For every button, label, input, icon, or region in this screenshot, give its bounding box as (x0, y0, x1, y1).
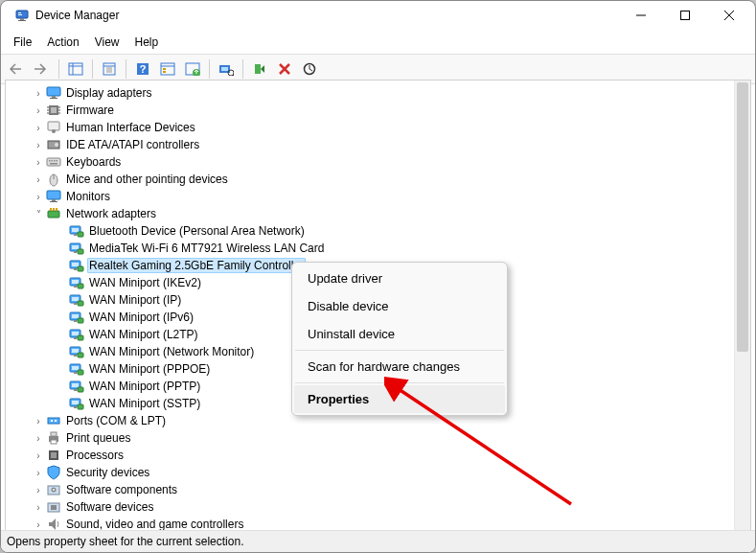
toolbar-separator (58, 59, 59, 79)
svg-point-45 (52, 129, 56, 133)
tree-category[interactable]: ›Processors (6, 447, 735, 464)
close-button[interactable] (707, 1, 751, 30)
network-adapter-icon (69, 396, 84, 411)
svg-rect-37 (51, 107, 57, 113)
menu-action[interactable]: Action (40, 34, 85, 51)
chevron-right-icon[interactable]: › (33, 416, 44, 426)
category-icon (46, 120, 61, 135)
svg-rect-64 (72, 228, 79, 232)
category-icon (46, 85, 61, 101)
category-label: Software devices (64, 500, 155, 514)
scan-hardware-button[interactable] (214, 58, 239, 81)
disable-device-button[interactable] (297, 58, 322, 81)
svg-rect-12 (103, 63, 115, 75)
menu-view[interactable]: View (88, 34, 126, 51)
svg-rect-101 (74, 389, 77, 391)
context-menu-item[interactable]: Uninstall device (294, 320, 505, 348)
maximize-button[interactable] (663, 1, 707, 30)
chevron-right-icon[interactable]: › (33, 105, 44, 116)
svg-rect-49 (49, 160, 51, 162)
device-label: WAN Miniport (PPTP) (87, 380, 202, 393)
chevron-down-icon[interactable]: ˅ (33, 209, 44, 219)
svg-rect-60 (50, 208, 52, 211)
svg-rect-114 (51, 452, 57, 458)
chevron-right-icon[interactable]: › (33, 123, 44, 133)
update-driver-button[interactable] (180, 58, 205, 81)
context-menu-item[interactable]: Disable device (294, 292, 505, 320)
tree-device[interactable]: MediaTek Wi-Fi 6 MT7921 Wireless LAN Car… (6, 240, 735, 257)
category-label: Display adapters (64, 86, 153, 100)
svg-text:?: ? (140, 63, 147, 75)
svg-rect-61 (53, 208, 55, 211)
tree-category[interactable]: ›IDE ATA/ATAPI controllers (6, 136, 735, 153)
tree-category[interactable]: ›Sound, video and game controllers (6, 516, 735, 530)
tree-category[interactable]: ›Software components (6, 481, 735, 498)
category-label: Security devices (64, 466, 151, 479)
svg-rect-112 (51, 440, 57, 444)
svg-rect-92 (72, 349, 79, 353)
chevron-right-icon[interactable]: › (33, 468, 44, 478)
svg-rect-77 (74, 286, 77, 288)
tree-category[interactable]: ›Keyboards (6, 153, 735, 171)
menu-file[interactable]: File (7, 34, 38, 51)
tree-category[interactable]: ›Mice and other pointing devices (6, 171, 735, 188)
network-adapter-icon (69, 361, 84, 377)
tree-category[interactable]: ›Print queues (6, 429, 735, 447)
tree-category[interactable]: ›Security devices (6, 464, 735, 481)
svg-rect-4 (18, 20, 26, 21)
tree-category[interactable]: ›Human Interface Devices (6, 119, 735, 136)
svg-rect-34 (52, 96, 56, 98)
tree-device[interactable]: Bluetooth Device (Personal Area Network) (6, 222, 735, 240)
svg-rect-82 (78, 301, 83, 306)
chevron-right-icon[interactable]: › (33, 502, 44, 513)
device-label: WAN Miniport (IPv6) (87, 311, 195, 324)
svg-rect-109 (55, 420, 57, 422)
svg-rect-44 (48, 122, 59, 130)
help-button[interactable]: ? (130, 58, 155, 81)
chevron-right-icon[interactable]: › (33, 450, 44, 461)
chevron-right-icon[interactable]: › (33, 157, 44, 168)
show-hide-tree-button[interactable] (63, 58, 88, 81)
nav-forward-button[interactable] (30, 58, 55, 81)
chevron-right-icon[interactable]: › (33, 174, 44, 185)
svg-rect-76 (72, 280, 79, 284)
tree-category[interactable]: ›Firmware (6, 102, 735, 119)
chevron-right-icon[interactable]: › (33, 88, 44, 99)
chevron-right-icon[interactable]: › (33, 192, 44, 202)
category-icon (46, 172, 61, 187)
network-adapter-icon (69, 258, 84, 273)
vertical-scrollbar[interactable] (734, 81, 750, 530)
tree-category[interactable]: ˅Network adapters (6, 205, 735, 222)
category-label: Firmware (64, 104, 116, 117)
context-menu-item[interactable]: Update driver (294, 265, 505, 292)
scrollbar-thumb[interactable] (737, 82, 748, 352)
chevron-right-icon[interactable]: › (33, 485, 44, 495)
category-label: Print queues (64, 431, 132, 445)
svg-rect-102 (78, 387, 83, 392)
chevron-right-icon[interactable]: › (33, 519, 44, 530)
chevron-right-icon[interactable]: › (33, 140, 44, 150)
nav-back-button[interactable] (5, 58, 30, 81)
uninstall-device-button[interactable] (272, 58, 297, 81)
device-label: WAN Miniport (SSTP) (87, 397, 202, 410)
svg-rect-66 (78, 232, 83, 237)
enable-device-button[interactable] (247, 58, 272, 81)
minimize-button[interactable] (619, 1, 663, 30)
action-list-button[interactable] (155, 58, 180, 81)
category-label: Sound, video and game controllers (64, 518, 245, 530)
svg-rect-97 (74, 372, 77, 374)
tree-category[interactable]: ›Monitors (6, 188, 735, 205)
svg-rect-74 (78, 266, 83, 271)
svg-point-47 (55, 143, 58, 147)
svg-rect-105 (74, 406, 77, 408)
tree-category[interactable]: ›Display adapters (6, 84, 735, 102)
tree-category[interactable]: ›Software devices (6, 498, 735, 516)
context-menu-item[interactable]: Scan for hardware changes (294, 353, 505, 380)
chevron-right-icon[interactable]: › (33, 433, 44, 444)
context-menu-item[interactable]: Properties (294, 385, 505, 413)
device-label: Bluetooth Device (Personal Area Network) (87, 224, 307, 238)
menu-help[interactable]: Help (128, 34, 166, 51)
properties-button[interactable] (97, 58, 122, 81)
toolbar-separator (92, 59, 93, 79)
svg-rect-94 (78, 353, 83, 357)
